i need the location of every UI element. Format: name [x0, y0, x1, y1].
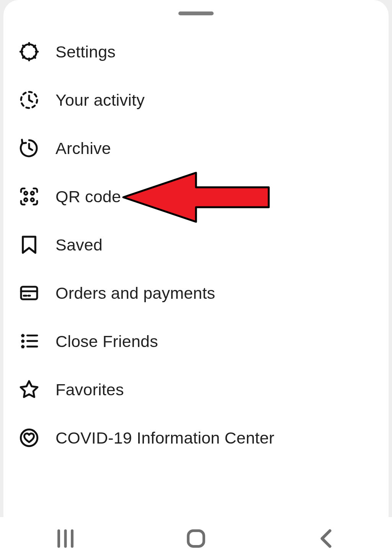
favorites-icon — [17, 378, 41, 401]
nav-home-button[interactable] — [158, 517, 234, 560]
gear-icon — [17, 40, 41, 64]
svg-marker-11 — [21, 334, 25, 337]
menu-item-orders-payments[interactable]: Orders and payments — [3, 269, 389, 317]
menu-item-favorites[interactable]: Favorites — [3, 365, 389, 414]
activity-icon — [17, 88, 41, 112]
svg-rect-7 — [21, 287, 37, 300]
nav-back-button[interactable] — [288, 517, 365, 560]
menu-item-label: Archive — [56, 139, 111, 158]
archive-icon — [17, 136, 41, 160]
svg-marker-6 — [23, 237, 36, 253]
menu-item-label: COVID-19 Information Center — [56, 429, 274, 447]
menu-list: Settings Your activity Archive — [3, 28, 389, 462]
menu-item-label: Favorites — [56, 380, 124, 399]
menu-item-label: QR code — [56, 187, 121, 206]
menu-item-close-friends[interactable]: Close Friends — [3, 317, 389, 365]
menu-item-label: Your activity — [56, 91, 145, 110]
menu-item-saved[interactable]: Saved — [3, 221, 389, 269]
svg-point-4 — [24, 198, 27, 201]
orders-icon — [17, 281, 41, 305]
svg-marker-12 — [21, 339, 25, 343]
saved-icon — [17, 233, 41, 257]
svg-point-5 — [31, 198, 34, 201]
menu-item-settings[interactable]: Settings — [3, 28, 389, 76]
qr-code-icon — [17, 185, 41, 208]
menu-item-covid-info[interactable]: COVID-19 Information Center — [3, 414, 389, 462]
svg-point-18 — [21, 429, 37, 446]
nav-recents-button[interactable] — [27, 517, 104, 560]
menu-item-your-activity[interactable]: Your activity — [3, 76, 389, 124]
svg-marker-13 — [21, 345, 25, 348]
menu-item-label: Close Friends — [56, 332, 158, 351]
menu-item-qr-code[interactable]: QR code — [3, 172, 389, 221]
svg-rect-23 — [188, 531, 204, 547]
menu-item-label: Orders and payments — [56, 284, 215, 303]
covid-icon — [17, 426, 41, 450]
drag-handle[interactable] — [178, 11, 214, 15]
svg-point-2 — [24, 192, 27, 195]
menu-item-label: Settings — [56, 43, 116, 61]
menu-item-label: Saved — [56, 236, 103, 254]
svg-point-3 — [31, 192, 34, 195]
svg-marker-17 — [21, 381, 38, 397]
close-friends-icon — [17, 329, 41, 353]
bottom-sheet: Settings Your activity Archive — [3, 0, 389, 517]
android-nav-bar — [0, 517, 392, 560]
menu-item-archive[interactable]: Archive — [3, 124, 389, 172]
